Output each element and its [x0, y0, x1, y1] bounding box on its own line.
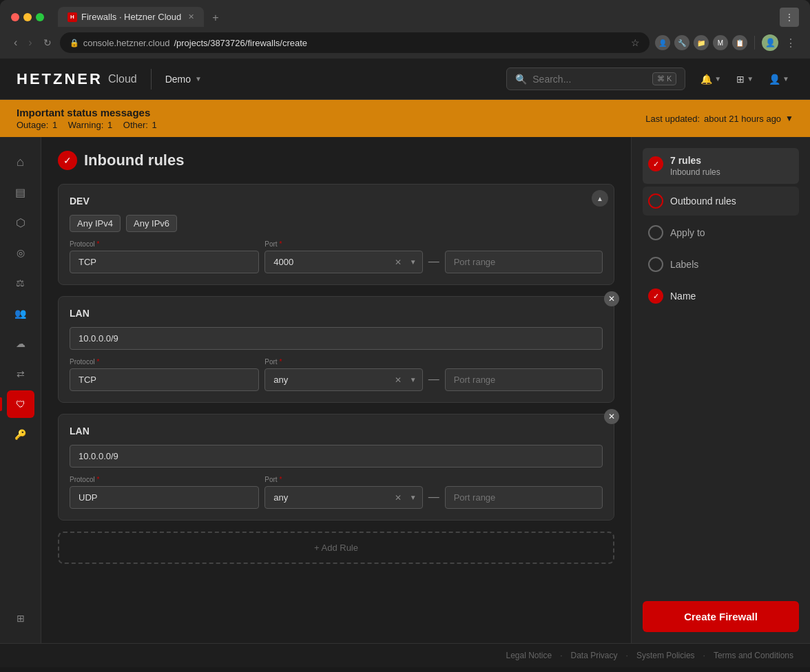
ext-icon-5[interactable]: 📋 — [732, 35, 747, 50]
ext-icon-1[interactable]: 👤 — [655, 35, 670, 50]
ext-icon-3[interactable]: 📁 — [694, 35, 709, 50]
footer-privacy[interactable]: Data Privacy — [571, 651, 618, 660]
user-button[interactable]: 👤 ▼ — [765, 70, 793, 89]
port-clear-icon[interactable]: ✕ — [392, 258, 404, 267]
browser-tab-active[interactable]: H Firewalls · Hetzner Cloud ✕ — [58, 7, 204, 27]
reload-button[interactable]: ↻ — [41, 34, 54, 51]
sidebar-item-bottom[interactable]: ⊞ — [7, 605, 34, 632]
dot-yellow[interactable] — [23, 13, 32, 21]
sidebar-item-servers[interactable]: ▤ — [7, 178, 34, 206]
search-bar[interactable]: 🔍 ⌘ K — [506, 67, 685, 90]
sidebar-item-keys[interactable]: 🔑 — [7, 421, 34, 448]
protocol-select-dev[interactable]: TCP UDP ICMP — [70, 251, 259, 273]
rule-card-lan-2: ✕ LAN 10.0.0.0/9 Protocol * TCP UDP Port… — [58, 414, 614, 521]
panel-item-inbound-text: 7 rules Inbound rules — [670, 155, 720, 177]
ip-input-lan-2[interactable]: 10.0.0.0/9 — [70, 445, 603, 468]
protocol-select-lan-2[interactable]: TCP UDP — [70, 486, 259, 509]
page-title: Inbound rules — [84, 151, 184, 169]
back-button[interactable]: ‹ — [11, 34, 20, 52]
tab-close-icon[interactable]: ✕ — [188, 12, 194, 21]
port-range-group-dev — [445, 251, 603, 273]
port-clear-icon-lan-2[interactable]: ✕ — [392, 493, 404, 503]
sidebar-item-teams[interactable]: 👥 — [7, 300, 34, 327]
footer-legal[interactable]: Legal Notice — [506, 651, 552, 660]
sidebar-item-backups[interactable]: ☁ — [7, 330, 34, 357]
ext-icon-4[interactable]: M — [713, 35, 728, 50]
apps-button[interactable]: ⊞ ▼ — [732, 70, 758, 89]
forward-button[interactable]: › — [25, 34, 34, 52]
port-range-input-lan-1[interactable] — [445, 368, 603, 391]
port-clear-icon-lan-1[interactable]: ✕ — [392, 375, 404, 385]
port-input-wrapper-lan-2: ✕ ▼ — [264, 486, 422, 509]
dash-separator-lan-1: — — [428, 373, 439, 391]
rule-name-lan-2: LAN — [70, 426, 603, 437]
dot-green[interactable] — [36, 13, 44, 21]
panel-dot-outbound — [648, 193, 663, 209]
project-selector[interactable]: Demo ▼ — [165, 74, 202, 85]
footer-dot-1: · — [560, 651, 562, 660]
browser-more-icon[interactable]: ⋮ — [782, 34, 799, 52]
warning-label: Warning: — [68, 120, 104, 130]
status-title: Important status messages — [17, 107, 157, 118]
port-value-lan-1[interactable] — [265, 369, 391, 390]
new-tab-button[interactable]: + — [205, 9, 225, 27]
rule-card-dev: ▲ DEV Any IPv4 Any IPv6 Protocol * TCP U… — [58, 184, 614, 285]
active-bar — [0, 397, 2, 411]
panel-item-labels[interactable]: Labels — [643, 250, 799, 279]
port-chevron-icon-lan-1[interactable]: ▼ — [404, 376, 422, 384]
port-input-wrapper-lan-1: ✕ ▼ — [264, 368, 422, 391]
port-range-group-lan-1 — [445, 368, 603, 391]
sidebar-item-home[interactable]: ⌂ — [7, 148, 34, 176]
bookmark-icon[interactable]: ☆ — [631, 37, 640, 48]
panel-item-name[interactable]: ✓ Name — [643, 282, 799, 311]
banner-chevron-icon: ▼ — [785, 114, 793, 123]
rule-close-lan-2[interactable]: ✕ — [604, 409, 619, 424]
ip-tag-ipv6[interactable]: Any IPv6 — [126, 215, 177, 232]
ext-icon-2[interactable]: 🔧 — [674, 35, 689, 50]
sidebar-item-volumes[interactable]: ⬡ — [7, 209, 34, 236]
outage-label: Outage: — [17, 120, 48, 130]
rule-row-lan-1: Protocol * TCP UDP Port * ✕ ▼ — [70, 358, 603, 391]
sidebar-item-load-balancers[interactable]: ⚖ — [7, 269, 34, 297]
ip-tags-dev: Any IPv4 Any IPv6 — [70, 215, 603, 232]
search-input[interactable] — [532, 74, 647, 85]
create-firewall-button[interactable]: Create Firewall — [643, 601, 799, 632]
rule-close-lan-1[interactable]: ✕ — [604, 291, 619, 306]
content-area: ✓ Inbound rules ▲ DEV Any IPv4 Any IPv6 … — [41, 137, 631, 643]
check-icon-inbound: ✓ — [653, 160, 659, 169]
outbound-label: Outbound rules — [670, 196, 736, 207]
port-range-input-dev[interactable] — [445, 251, 603, 273]
rule-scroll-indicator[interactable]: ▲ — [592, 190, 608, 207]
notifications-button[interactable]: 🔔 ▼ — [696, 70, 725, 89]
ip-input-lan-1[interactable]: 10.0.0.0/9 — [70, 327, 603, 350]
port-chevron-icon[interactable]: ▼ — [404, 258, 422, 266]
panel-item-inbound[interactable]: ✓ 7 rules Inbound rules — [643, 148, 799, 184]
protocol-label-lan-1: Protocol * — [70, 358, 259, 366]
panel-item-apply[interactable]: Apply to — [643, 218, 799, 247]
panel-item-outbound[interactable]: Outbound rules — [643, 187, 799, 216]
address-bar[interactable]: 🔒 console.hetzner.cloud/projects/3873726… — [60, 32, 650, 53]
sidebar-item-networks[interactable]: ◎ — [7, 239, 34, 266]
profile-avatar[interactable]: 👤 — [762, 34, 778, 51]
last-updated-value: about 21 hours ago — [704, 114, 781, 124]
sidebar-item-firewalls[interactable]: 🛡 — [7, 390, 34, 418]
port-chevron-icon-lan-2[interactable]: ▼ — [404, 494, 422, 501]
add-rule-button[interactable]: + Add Rule — [58, 532, 614, 564]
dot-red[interactable] — [11, 13, 19, 21]
sidebar-item-pipelines[interactable]: ⇄ — [7, 360, 34, 388]
footer-terms[interactable]: Terms and Conditions — [714, 651, 793, 660]
last-updated-label: Last updated: — [645, 114, 700, 124]
browser-menu-icon[interactable]: ⋮ — [780, 8, 799, 27]
address-text: console.hetzner.cloud — [83, 38, 170, 48]
port-value-lan-2[interactable] — [265, 487, 391, 508]
divider — [754, 36, 755, 50]
ip-tag-ipv4[interactable]: Any IPv4 — [70, 215, 121, 232]
protocol-select-lan-1[interactable]: TCP UDP — [70, 368, 259, 391]
footer-policies[interactable]: System Policies — [636, 651, 695, 660]
secure-icon: 🔒 — [70, 39, 79, 48]
port-range-input-lan-2[interactable] — [445, 486, 603, 509]
status-banner-right[interactable]: Last updated: about 21 hours ago ▼ — [645, 114, 793, 124]
port-input-wrapper-dev: ✕ ▼ — [264, 251, 422, 273]
panel-dot-inbound: ✓ — [648, 156, 663, 171]
port-value-dev[interactable] — [265, 251, 391, 273]
